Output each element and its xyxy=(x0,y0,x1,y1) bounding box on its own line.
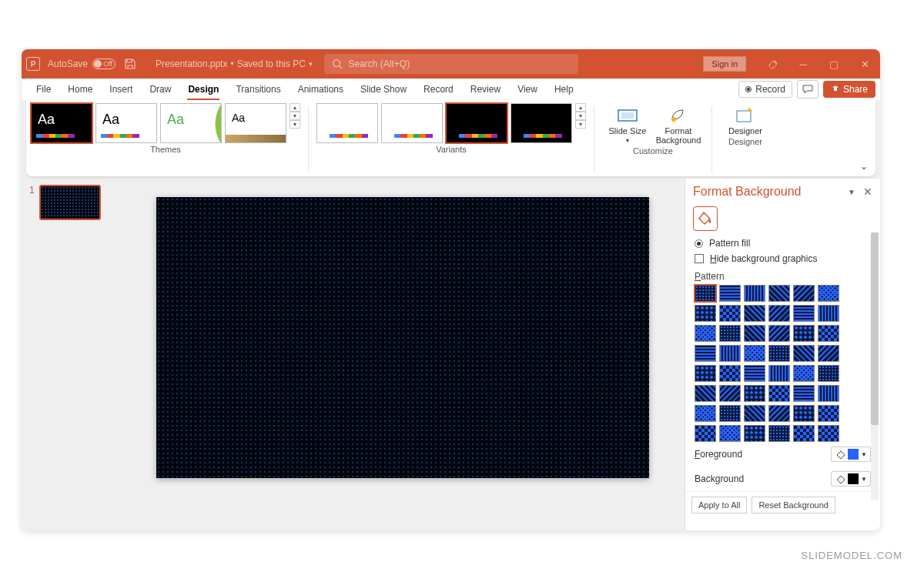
designer-button[interactable]: Designer xyxy=(720,103,771,135)
pattern-swatch[interactable] xyxy=(768,425,790,442)
search-box[interactable]: Search (Alt+Q) xyxy=(324,54,578,74)
pattern-swatch[interactable] xyxy=(744,405,765,422)
variant-thumb-1[interactable] xyxy=(316,103,378,143)
record-button[interactable]: Record xyxy=(738,81,792,98)
foreground-color-button[interactable]: ▼ xyxy=(831,447,871,462)
pattern-swatch[interactable] xyxy=(695,285,716,302)
scroll-thumb[interactable] xyxy=(871,232,879,425)
pattern-swatch[interactable] xyxy=(695,305,716,322)
theme-thumb-1[interactable]: Aa xyxy=(31,103,92,143)
pattern-swatch[interactable] xyxy=(793,385,815,402)
pattern-swatch[interactable] xyxy=(695,385,716,402)
comments-button[interactable] xyxy=(797,80,819,99)
pattern-swatch[interactable] xyxy=(818,285,839,302)
pattern-swatch[interactable] xyxy=(768,305,790,322)
variant-thumb-4[interactable] xyxy=(511,103,572,143)
format-background-button[interactable]: Format Background xyxy=(653,103,704,145)
apply-all-button[interactable]: Apply to All xyxy=(691,497,747,513)
theme-thumb-2[interactable]: Aa xyxy=(95,103,157,143)
pattern-swatch[interactable] xyxy=(793,325,815,342)
pane-options-icon[interactable]: ▼ xyxy=(848,188,855,196)
themes-more[interactable]: ▴▾▾ xyxy=(290,103,300,129)
pattern-swatch[interactable] xyxy=(744,345,765,362)
close-button[interactable]: ✕ xyxy=(849,49,880,79)
toggle-switch[interactable]: Off xyxy=(92,59,116,69)
tab-transitions[interactable]: Transitions xyxy=(227,79,289,100)
pattern-swatch[interactable] xyxy=(768,285,790,302)
tab-home[interactable]: Home xyxy=(59,79,101,100)
tab-review[interactable]: Review xyxy=(462,79,509,100)
pattern-swatch[interactable] xyxy=(744,365,765,382)
pattern-swatch[interactable] xyxy=(719,385,741,402)
pattern-swatch[interactable] xyxy=(768,405,790,422)
pattern-swatch[interactable] xyxy=(744,325,765,342)
tab-slideshow[interactable]: Slide Show xyxy=(352,79,415,100)
pattern-swatch[interactable] xyxy=(719,285,741,302)
pattern-swatch[interactable] xyxy=(818,305,839,322)
hide-graphics-checkbox[interactable]: HHide background graphicside background … xyxy=(685,251,880,266)
pattern-swatch[interactable] xyxy=(744,425,765,442)
signin-button[interactable]: Sign in xyxy=(703,56,746,72)
ribbon-collapse-icon[interactable]: ⌄ xyxy=(860,161,868,172)
pattern-swatch[interactable] xyxy=(818,425,839,442)
pattern-swatch[interactable] xyxy=(695,325,716,342)
minimize-button[interactable]: ─ xyxy=(788,49,819,79)
slide-canvas[interactable] xyxy=(120,179,685,530)
pattern-swatch[interactable] xyxy=(719,365,741,382)
pattern-swatch[interactable] xyxy=(818,345,839,362)
pattern-swatch[interactable] xyxy=(719,305,741,322)
coming-soon-icon[interactable] xyxy=(757,49,788,79)
pattern-swatch[interactable] xyxy=(719,325,741,342)
tab-file[interactable]: File xyxy=(28,79,59,100)
pattern-swatch[interactable] xyxy=(793,425,815,442)
pattern-swatch[interactable] xyxy=(695,365,716,382)
pattern-swatch[interactable] xyxy=(818,365,839,382)
tab-help[interactable]: Help xyxy=(546,79,582,100)
thumb-1[interactable]: 1 xyxy=(29,185,112,220)
pattern-swatch[interactable] xyxy=(818,325,839,342)
pattern-fill-radio[interactable]: Pattern fill xyxy=(685,236,880,251)
pattern-swatch[interactable] xyxy=(768,325,790,342)
pattern-swatch[interactable] xyxy=(768,345,790,362)
pattern-swatch[interactable] xyxy=(768,385,790,402)
share-button[interactable]: Share xyxy=(823,81,875,98)
document-title[interactable]: Presentation.pptx • Saved to this PC ▾ xyxy=(156,59,313,69)
variant-thumb-2[interactable] xyxy=(381,103,443,143)
pattern-swatch[interactable] xyxy=(719,425,741,442)
variants-more[interactable]: ▴▾▾ xyxy=(575,103,586,129)
maximize-button[interactable]: ▢ xyxy=(819,49,849,79)
pane-close-button[interactable]: ✕ xyxy=(863,186,872,198)
pattern-swatch[interactable] xyxy=(793,405,815,422)
tab-design[interactable]: Design xyxy=(179,79,227,100)
pattern-swatch[interactable] xyxy=(793,305,815,322)
fill-tab-icon[interactable] xyxy=(693,206,718,231)
pattern-swatch[interactable] xyxy=(818,385,839,402)
pattern-swatch[interactable] xyxy=(818,405,839,422)
reset-button[interactable]: Reset Background xyxy=(752,497,835,513)
pattern-swatch[interactable] xyxy=(719,345,741,362)
pattern-swatch[interactable] xyxy=(793,285,815,302)
theme-thumb-3[interactable]: Aa xyxy=(160,103,222,143)
tab-view[interactable]: View xyxy=(509,79,546,100)
pattern-swatch[interactable] xyxy=(744,305,765,322)
pattern-swatch[interactable] xyxy=(695,425,716,442)
background-color-button[interactable]: ▼ xyxy=(831,471,871,487)
pattern-swatch[interactable] xyxy=(719,405,741,422)
current-slide[interactable] xyxy=(156,197,649,478)
pattern-swatch[interactable] xyxy=(793,345,815,362)
pattern-swatch[interactable] xyxy=(695,345,716,362)
tab-insert[interactable]: Insert xyxy=(101,79,141,100)
pattern-swatch[interactable] xyxy=(695,405,716,422)
tab-animations[interactable]: Animations xyxy=(290,79,352,100)
slide-size-button[interactable]: Slide Size▾ xyxy=(602,103,653,145)
tab-record[interactable]: Record xyxy=(415,79,462,100)
autosave-toggle[interactable]: AutoSave Off xyxy=(48,59,116,69)
pattern-swatch[interactable] xyxy=(744,285,765,302)
tab-draw[interactable]: Draw xyxy=(141,79,179,100)
pane-scrollbar[interactable] xyxy=(871,232,879,500)
theme-thumb-4[interactable]: Aa xyxy=(225,103,286,143)
save-icon[interactable] xyxy=(123,57,137,71)
pattern-swatch[interactable] xyxy=(793,365,815,382)
pattern-swatch[interactable] xyxy=(768,365,790,382)
pattern-swatch[interactable] xyxy=(744,385,765,402)
